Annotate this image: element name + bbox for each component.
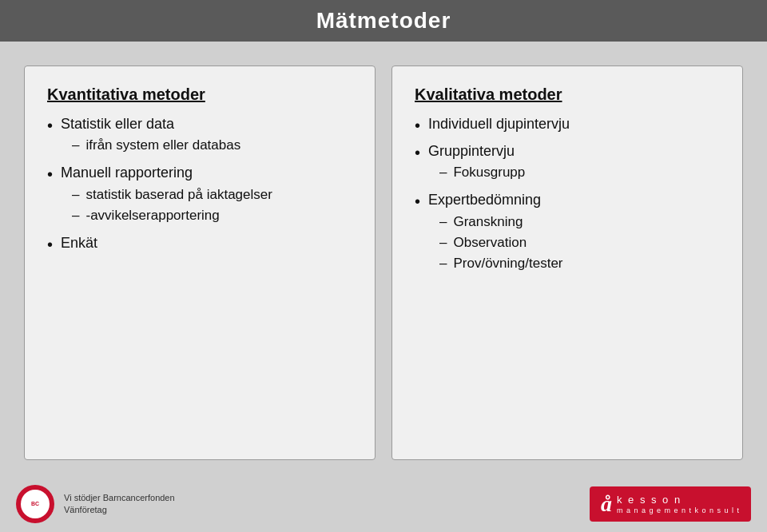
list-item: – Fokusgrupp bbox=[428, 164, 525, 181]
item-label: Statistik eller data bbox=[61, 116, 174, 132]
footer-left: BC Vi stödjer Barncancerfonden Vänföreta… bbox=[16, 485, 175, 523]
list-item: – Observation bbox=[428, 234, 562, 252]
list-item: • Gruppintervju – Fokusgrupp bbox=[415, 142, 720, 185]
list-item: • Enkät bbox=[47, 234, 352, 255]
bullet-icon: • bbox=[47, 115, 53, 136]
right-card: Kvalitativa metoder • Individuell djupin… bbox=[391, 66, 743, 460]
sub-list: – statistik baserad på iaktagelser – -av… bbox=[61, 186, 272, 224]
item-label: Enkät bbox=[61, 235, 97, 251]
item-label: Manuell rapportering bbox=[61, 165, 193, 181]
brand-name: k e s s o n bbox=[617, 494, 740, 507]
list-item: • Individuell djupintervju bbox=[415, 115, 720, 136]
left-card-title: Kvantitativa metoder bbox=[47, 85, 352, 104]
bullet-icon: • bbox=[415, 142, 420, 163]
dash-icon: – bbox=[439, 213, 447, 231]
header-bar: Mätmetoder bbox=[0, 0, 767, 42]
footer: BC Vi stödjer Barncancerfonden Vänföreta… bbox=[0, 476, 767, 532]
bullet-icon: • bbox=[415, 191, 420, 212]
list-item: • Statistik eller data – ifrån system el… bbox=[47, 115, 352, 157]
list-item: – statistik baserad på iaktagelser bbox=[61, 186, 272, 204]
list-item: • Manuell rapportering – statistik baser… bbox=[47, 164, 352, 228]
main-content: Kvantitativa metoder • Statistik eller d… bbox=[0, 42, 767, 476]
brand-sub: m a n a g e m e n t k o n s u l t bbox=[617, 506, 740, 514]
barncancerfonden-logo: BC bbox=[16, 485, 54, 523]
bullet-icon: • bbox=[47, 164, 53, 185]
sub-list: – Granskning – Observation – Prov/övning… bbox=[428, 213, 562, 272]
bullet-icon: • bbox=[415, 115, 420, 136]
sponsor-text: Vi stödjer Barncancerfonden Vänföretag bbox=[64, 492, 175, 517]
header-title: Mätmetoder bbox=[316, 8, 451, 34]
bullet-icon: • bbox=[47, 234, 53, 255]
dash-icon: – bbox=[72, 207, 79, 224]
dash-icon: – bbox=[439, 255, 447, 272]
sub-list: – Fokusgrupp bbox=[428, 164, 525, 181]
list-item: – Granskning bbox=[428, 213, 562, 231]
brand-a: å bbox=[601, 491, 612, 517]
list-item: – Prov/övning/tester bbox=[428, 255, 562, 272]
dash-icon: – bbox=[439, 164, 447, 181]
footer-right: å k e s s o n m a n a g e m e n t k o n … bbox=[590, 486, 751, 522]
sub-list: – ifrån system eller databas bbox=[61, 137, 240, 154]
right-card-title: Kvalitativa metoder bbox=[415, 85, 720, 104]
item-label: Expertbedömning bbox=[428, 192, 541, 208]
list-item: – -avvikelserapportering bbox=[61, 207, 272, 224]
dash-icon: – bbox=[72, 186, 79, 204]
dash-icon: – bbox=[72, 137, 79, 154]
list-item: – ifrån system eller databas bbox=[61, 137, 240, 154]
right-bullet-list: • Individuell djupintervju • Gruppinterv… bbox=[415, 115, 720, 276]
item-label: Individuell djupintervju bbox=[428, 116, 570, 132]
item-label: Gruppintervju bbox=[428, 143, 515, 159]
left-bullet-list: • Statistik eller data – ifrån system el… bbox=[47, 115, 352, 255]
list-item: • Expertbedömning – Granskning – Observa… bbox=[415, 191, 720, 276]
brand-logo: å k e s s o n m a n a g e m e n t k o n … bbox=[601, 491, 740, 517]
dash-icon: – bbox=[439, 234, 447, 252]
left-card: Kvantitativa metoder • Statistik eller d… bbox=[24, 66, 376, 460]
